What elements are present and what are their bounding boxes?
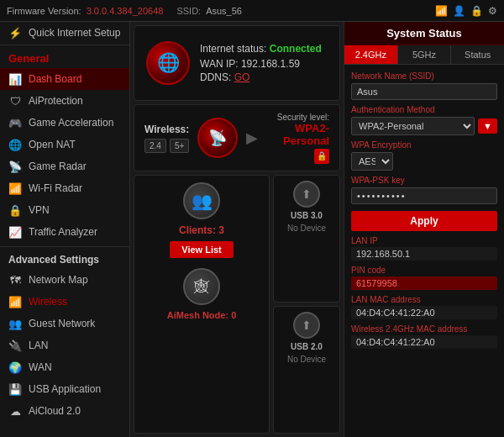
wpa-encryption-select[interactable]: AES TKIP AES+TKIP xyxy=(351,152,393,171)
sidebar-item-aicloud-label: AiCloud 2.0 xyxy=(29,405,81,417)
usb30-label: USB 3.0 xyxy=(291,211,323,220)
sidebar-item-aiprotection-label: AiProtection xyxy=(29,95,83,107)
wireless-left: Wireless: 2.4 5+ xyxy=(144,124,189,153)
band-buttons: 2.4 5+ xyxy=(144,139,189,153)
wireless-label: Wireless: xyxy=(144,124,189,135)
clients-panel: 👥 Clients: 3 View List 🕸 AiMesh Node: 0 xyxy=(134,175,270,434)
wpa-encryption-row: AES TKIP AES+TKIP xyxy=(351,152,497,171)
settings-status-icon: ⚙ xyxy=(488,5,497,17)
network-name-input[interactable] xyxy=(351,83,497,100)
sidebar-item-wan-label: WAN xyxy=(29,361,52,373)
sidebar-item-lan[interactable]: 🔌 LAN xyxy=(0,334,129,356)
lock-badge-icon: 🔒 xyxy=(314,149,329,164)
wifi-status-icon: 📶 xyxy=(435,5,448,17)
sidebar-item-dashboard-label: Dash Board xyxy=(29,73,81,85)
aiprotection-icon: 🛡 xyxy=(8,94,22,108)
wan-ip-value: 192.168.1.59 xyxy=(241,58,300,70)
clients-label: Clients: xyxy=(179,224,216,236)
top-bar: Firmware Version: 3.0.0.4.384_20648 SSID… xyxy=(0,0,504,22)
lock-status-icon: 🔒 xyxy=(470,5,483,17)
usb20-icon: ⬆ xyxy=(293,312,320,339)
wpa-psk-input[interactable] xyxy=(351,187,497,204)
aimesh-node-count: AiMesh Node: 0 xyxy=(167,310,237,320)
traffic-analyzer-icon: 📈 xyxy=(8,225,22,239)
wan-ip-label: WAN IP: xyxy=(200,58,239,70)
usb20-label: USB 2.0 xyxy=(291,342,323,351)
wifi-radar-icon: 📶 xyxy=(8,182,22,195)
sidebar-item-usb-application[interactable]: 💾 USB Application xyxy=(0,378,129,400)
bottom-panels: 👥 Clients: 3 View List 🕸 AiMesh Node: 0 … xyxy=(134,175,340,434)
auth-method-select[interactable]: WPA2-Personal WPA-Personal WPA2-Enterpri… xyxy=(351,117,475,135)
sidebar-item-aiprotection[interactable]: 🛡 AiProtection xyxy=(0,90,129,112)
quick-internet-setup-icon: ⚡ xyxy=(8,26,22,39)
security-level: Security level: WPA2-Personal 🔒 xyxy=(266,113,329,164)
usb30-status: No Device xyxy=(287,224,326,233)
center-content: 🌐 Internet status: Connected WAN IP: 192… xyxy=(130,22,344,437)
right-panel: System Status 2.4GHz 5GHz Status Network… xyxy=(344,22,504,437)
internet-status-label: Internet status: Connected xyxy=(200,43,328,55)
usb-column: ⬆ USB 3.0 No Device ⬆ USB 2.0 No Device xyxy=(273,175,340,434)
top-bar-right: 📶 👤 🔒 ⚙ xyxy=(435,5,497,17)
sidebar-item-game-acceleration[interactable]: 🎮 Game Acceleration xyxy=(0,112,129,134)
open-nat-icon: 🌐 xyxy=(8,138,22,151)
firmware-version: 3.0.0.4.384_20648 xyxy=(87,6,164,16)
dashboard-icon: 📊 xyxy=(8,72,22,86)
internet-status-panel: 🌐 Internet status: Connected WAN IP: 192… xyxy=(134,25,340,101)
usb30-panel: ⬆ USB 3.0 No Device xyxy=(273,175,340,303)
quick-internet-setup-label: Quick Internet Setup xyxy=(29,27,120,39)
wireless-panel: Wireless: 2.4 5+ 📡 ▶ Security level: WPA… xyxy=(134,104,340,171)
sidebar-item-open-nat[interactable]: 🌐 Open NAT xyxy=(0,134,129,155)
sidebar-item-lan-label: LAN xyxy=(29,340,48,351)
internet-status-text: Internet status: xyxy=(200,43,266,55)
ddns-row: DDNS: GO xyxy=(200,71,328,83)
internet-info: Internet status: Connected WAN IP: 192.1… xyxy=(200,43,328,83)
sidebar-item-vpn[interactable]: 🔒 VPN xyxy=(0,199,129,221)
view-list-button[interactable]: View List xyxy=(170,241,233,258)
aimesh-icon: 🕸 xyxy=(183,268,220,305)
game-radar-icon: 📡 xyxy=(8,160,22,173)
wireless-mac-label: Wireless 2.4GHz MAC address xyxy=(351,324,497,334)
lan-icon: 🔌 xyxy=(8,339,22,352)
wpa-psk-label: WPA-PSK key xyxy=(351,176,497,185)
sidebar-item-aicloud[interactable]: ☁ AiCloud 2.0 xyxy=(0,400,129,422)
sidebar-item-wireless[interactable]: 📶 Wireless xyxy=(0,291,129,313)
globe-icon: 🌐 xyxy=(146,41,190,85)
clients-count: Clients: 3 xyxy=(179,224,224,236)
ddns-link[interactable]: GO xyxy=(234,71,250,83)
tab-2.4ghz[interactable]: 2.4GHz xyxy=(344,45,398,64)
wpa-encryption-label: WPA Encryption xyxy=(351,140,497,150)
sidebar-item-network-map[interactable]: 🗺 Network Map xyxy=(0,269,129,291)
tab-5ghz[interactable]: 5GHz xyxy=(398,45,452,64)
aimesh-label: AiMesh Node: xyxy=(167,310,228,320)
sidebar-item-wifi-radar[interactable]: 📶 Wi-Fi Radar xyxy=(0,177,129,199)
sidebar-item-game-radar-label: Game Radar xyxy=(29,161,87,172)
lan-mac-label: LAN MAC address xyxy=(351,295,497,304)
game-acceleration-icon: 🎮 xyxy=(8,116,22,129)
pin-code-label: PIN code xyxy=(351,266,497,275)
sidebar-item-traffic-analyzer-label: Traffic Analyzer xyxy=(29,226,97,238)
tabs-row: 2.4GHz 5GHz Status xyxy=(344,45,504,65)
lan-mac-value: 04:D4:C4:41:22:A0 xyxy=(351,306,497,319)
sidebar-item-game-radar[interactable]: 📡 Game Radar xyxy=(0,155,129,177)
sidebar-item-wifi-radar-label: Wi-Fi Radar xyxy=(29,182,82,194)
general-section-header: General xyxy=(0,45,129,68)
sidebar-item-traffic-analyzer[interactable]: 📈 Traffic Analyzer xyxy=(0,221,129,243)
auth-method-dropdown-arrow[interactable]: ▼ xyxy=(478,118,497,134)
vpn-icon: 🔒 xyxy=(8,203,22,217)
tab-status[interactable]: Status xyxy=(451,45,504,64)
arrow-right-icon: ▶ xyxy=(246,129,258,147)
sidebar-item-guest-network[interactable]: 👥 Guest Network xyxy=(0,313,129,334)
sidebar-item-dashboard[interactable]: 📊 Dash Board xyxy=(0,68,129,90)
sidebar-item-quick-internet-setup[interactable]: ⚡ Quick Internet Setup xyxy=(0,22,129,45)
aimesh-count-value: 0 xyxy=(231,310,236,320)
sidebar-item-guest-network-label: Guest Network xyxy=(29,318,95,329)
band-5-button[interactable]: 5+ xyxy=(170,139,189,153)
sidebar-item-wan[interactable]: 🌍 WAN xyxy=(0,356,129,378)
apply-button[interactable]: Apply xyxy=(351,211,497,231)
ssid-label: SSID: xyxy=(176,6,201,16)
auth-method-label: Authentication Method xyxy=(351,105,497,114)
top-bar-left: Firmware Version: 3.0.0.4.384_20648 SSID… xyxy=(7,6,242,16)
band-2.4-button[interactable]: 2.4 xyxy=(144,139,166,153)
sidebar-item-wireless-label: Wireless xyxy=(29,296,67,308)
sidebar-item-usb-application-label: USB Application xyxy=(29,383,101,395)
